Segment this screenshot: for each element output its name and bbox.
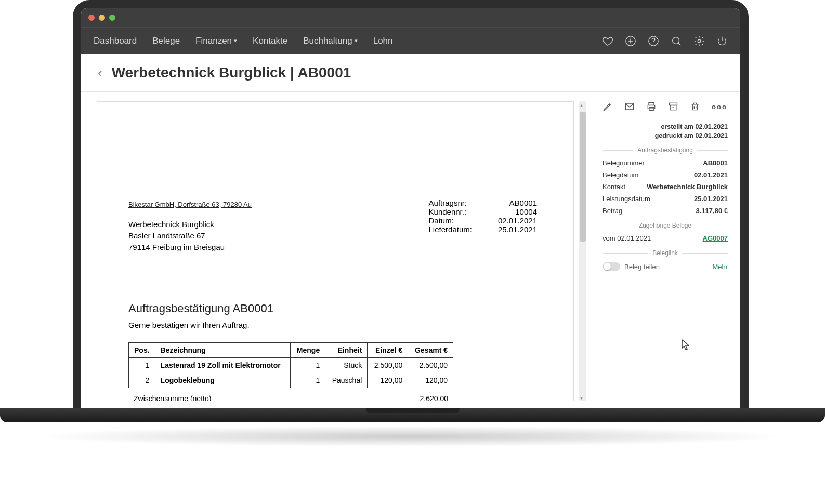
nav-kontakte[interactable]: Kontakte	[253, 36, 287, 46]
document-meta: Auftragsnr:AB0001 Kundennr.:10004 Datum:…	[429, 198, 537, 234]
nav-lohn[interactable]: Lohn	[373, 36, 393, 46]
heart-icon[interactable]	[602, 35, 613, 47]
back-button[interactable]: ‹	[98, 65, 102, 81]
page-header: ‹ Werbetechnick Burgblick | AB0001	[81, 54, 740, 92]
mail-icon[interactable]	[624, 101, 635, 112]
line-items-table: Pos. Bezeichnung Menge Einheit Einzel € …	[128, 342, 453, 388]
section-divider: Auftragsbestätigung	[603, 147, 728, 154]
document-pane: Bikestar GmbH, Dorfstraße 63, 79280 Au W…	[81, 92, 590, 410]
share-toggle-label: Beleg teilen	[624, 263, 712, 271]
created-at: erstellt am 02.01.2021	[603, 123, 728, 130]
document-preview: Bikestar GmbH, Dorfstraße 63, 79280 Au W…	[97, 101, 574, 401]
section-divider: Zugehörige Belege	[603, 222, 728, 229]
edit-icon[interactable]	[603, 101, 613, 112]
svg-point-2	[673, 37, 679, 44]
document-title: Auftragsbestätigung AB0001	[128, 302, 542, 315]
plus-circle-icon[interactable]	[625, 35, 636, 47]
chevron-down-icon: ▾	[234, 37, 237, 44]
window-min-dot[interactable]	[99, 15, 105, 21]
svg-point-3	[698, 39, 701, 43]
svg-rect-5	[649, 103, 654, 105]
window-titlebar	[81, 8, 740, 27]
section-divider: Beleglink	[603, 249, 728, 257]
nav-finanzen[interactable]: Finanzen▾	[195, 36, 237, 46]
detail-sidebar: ooo erstellt am 02.01.2021 gedruckt am 0…	[590, 92, 740, 410]
scroll-thumb[interactable]	[580, 112, 586, 242]
chevron-down-icon: ▾	[355, 37, 358, 44]
share-toggle[interactable]	[603, 262, 620, 271]
svg-rect-9	[670, 105, 676, 110]
search-icon[interactable]	[671, 35, 682, 47]
printed-at: gedruckt am 02.01.2021	[603, 132, 728, 139]
cursor-icon	[681, 339, 691, 353]
trash-icon[interactable]	[690, 101, 700, 112]
document-totals: Zwischensumme (netto)2.620,00 Umsatzsteu…	[128, 392, 453, 401]
document-intro: Gerne bestätigen wir Ihren Auftrag.	[128, 321, 542, 329]
top-nav: Dashboard Belege Finanzen▾ Kontakte Buch…	[81, 27, 740, 54]
nav-belege[interactable]: Belege	[152, 36, 180, 46]
power-icon[interactable]	[716, 35, 728, 47]
page-title: Werbetechnick Burgblick | AB0001	[112, 64, 351, 81]
related-doc-link[interactable]: AG0007	[703, 234, 728, 242]
window-close-dot[interactable]	[88, 15, 95, 21]
print-icon[interactable]	[646, 101, 657, 112]
more-link[interactable]: Mehr	[712, 263, 728, 271]
nav-buchhaltung[interactable]: Buchhaltung▾	[303, 36, 358, 46]
scrollbar[interactable]: ▴ ▾	[579, 101, 586, 401]
scroll-up-icon[interactable]: ▴	[580, 102, 585, 108]
help-icon[interactable]	[648, 35, 659, 47]
nav-dashboard[interactable]: Dashboard	[94, 36, 137, 46]
table-row: 1 Lastenrad 19 Zoll mit Elektromotor 1 S…	[129, 358, 453, 373]
archive-icon[interactable]	[668, 101, 678, 112]
more-icon[interactable]: ooo	[712, 103, 727, 111]
scroll-down-icon[interactable]: ▾	[580, 395, 585, 400]
table-row: 2 Logobeklebung 1 Pauschal 120,00 120,00	[129, 373, 453, 388]
gear-icon[interactable]	[693, 35, 705, 47]
window-max-dot[interactable]	[109, 15, 115, 21]
